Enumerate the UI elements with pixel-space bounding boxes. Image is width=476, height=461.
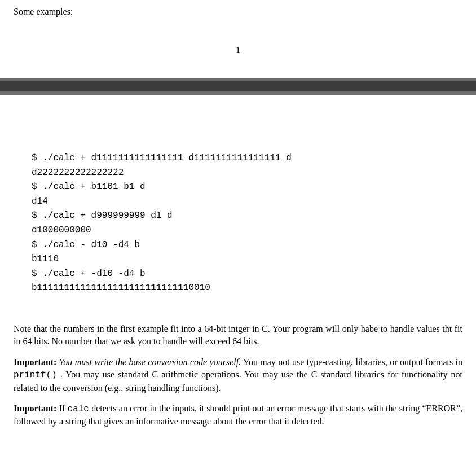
page-number: 1 [14,45,462,55]
important-italic: You must write the base conversion code … [59,357,241,367]
paragraph-note: Note that the numbers in the first examp… [14,323,462,348]
printf-code: printf() [14,370,57,380]
page-top: Some examples: 1 [0,0,476,55]
page-separator [0,78,476,95]
intro-text: Some examples: [14,7,462,17]
para2-text-a: You may not use type-casting, libraries,… [243,357,462,367]
paragraph-important-2: Important: If calc detects an error in t… [14,402,462,428]
para2-text-b: . You may use standard C arithmetic oper… [14,370,462,392]
important-label: Important: [14,357,56,367]
important-label-2: Important: [14,403,56,413]
para3-text-a: If [59,403,68,413]
paragraph-important-1: Important: You must write the base conve… [14,356,462,394]
code-block: $ ./calc + d1111111111111111 d1111111111… [32,151,462,296]
calc-code: calc [68,404,89,414]
page-bottom: $ ./calc + d1111111111111111 d1111111111… [0,151,476,450]
